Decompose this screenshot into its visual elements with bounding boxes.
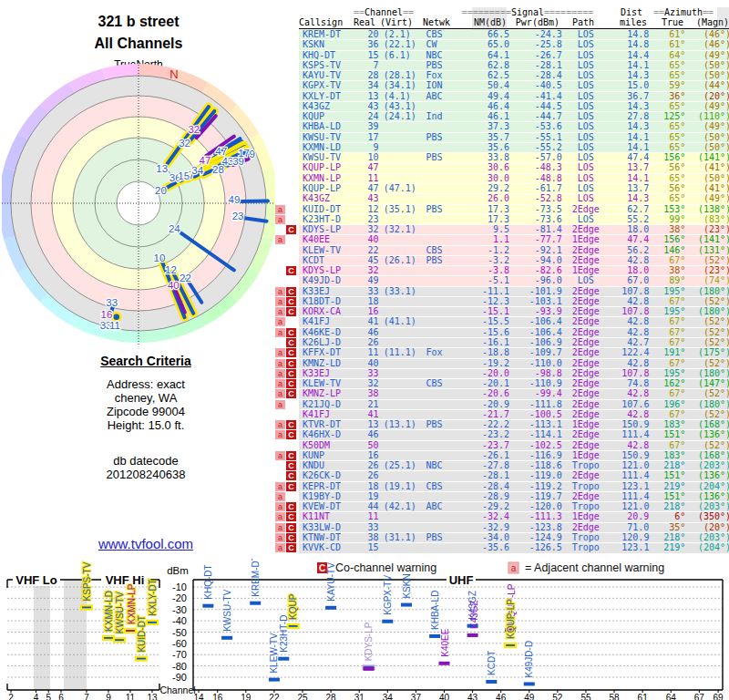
radar-channel-label: 16 bbox=[101, 309, 113, 320]
channel-tick-label: 2 bbox=[8, 693, 14, 700]
co-channel-warning-badge: C bbox=[286, 451, 296, 460]
adjacent-warning-badge: a bbox=[275, 287, 285, 296]
table-row: aK41FJ41(41.1)-15.5-106.42Edge42.867°(52… bbox=[299, 317, 729, 327]
dbm-tick-label: -10 bbox=[172, 582, 187, 592]
dbm-tick-label: -40 bbox=[172, 615, 187, 626]
radar-channel-label: 34 bbox=[191, 165, 203, 176]
radar-channel-label: 24 bbox=[169, 223, 180, 234]
station-signal-tick bbox=[325, 606, 336, 610]
adjacent-warning-badge: a bbox=[275, 389, 285, 398]
co-channel-warning-badge: C bbox=[286, 348, 296, 357]
page-subtitle: All Channels bbox=[47, 33, 230, 55]
station-label: KXMN-LP bbox=[127, 583, 137, 624]
table-row: aCK11NT11-32.4-111.31Edge20.96°(350°) bbox=[299, 512, 729, 522]
table-row: aCKLEW-TV32CBS-20.1-110.92Edge74.8162°(1… bbox=[299, 379, 729, 389]
co-channel-warning-badge: C bbox=[286, 369, 296, 378]
radar-channel-label: 22 bbox=[180, 273, 191, 283]
criteria-city: cheney, WA bbox=[55, 391, 237, 405]
radar-channel-label: 32 bbox=[179, 138, 190, 149]
station-signal-tick bbox=[382, 620, 393, 623]
table-row: KHBA-LD3937.3-53.6LOS14.365°(49°) bbox=[299, 122, 729, 132]
station-label: K43GZ bbox=[469, 600, 479, 629]
station-signal-tick bbox=[81, 605, 92, 609]
station-label: KHBA-LD bbox=[430, 591, 440, 630]
co-channel-warning-badge: C bbox=[286, 266, 296, 275]
channel-tick-label: 13 bbox=[147, 693, 158, 700]
station-label: KWSU-TV bbox=[115, 592, 125, 633]
co-channel-warning-badge: C bbox=[286, 338, 296, 347]
adjacent-warning-badge: a bbox=[275, 235, 285, 244]
co-channel-warning-badge: C bbox=[286, 287, 296, 296]
tvfool-link[interactable]: www.tvfool.com bbox=[98, 536, 193, 551]
signal-table-rows: KREM-DT20(2.1)CBS66.5-24.3LOS14.861°(46°… bbox=[299, 30, 729, 554]
channel-tick-label: 6 bbox=[58, 693, 64, 700]
table-row: K43GZ4326.0-52.8LOS14.365°(49°) bbox=[299, 194, 729, 204]
adjacent-warning-badge: a bbox=[275, 451, 285, 460]
radar-channel-label: 20 bbox=[155, 185, 167, 196]
adjacent-warning-badge: a bbox=[275, 379, 285, 388]
station-signal-tick bbox=[103, 636, 114, 640]
channel-tick-label: 37 bbox=[411, 693, 422, 700]
channel-tick-label: 22 bbox=[269, 693, 280, 700]
channel-tick-label: 19 bbox=[241, 693, 252, 700]
search-criteria: Search Criteria Address: exact cheney, W… bbox=[55, 354, 237, 481]
channel-tick-label: 4 bbox=[34, 693, 39, 700]
station-signal-tick bbox=[136, 657, 147, 661]
station-label: KWSU-TV bbox=[222, 589, 232, 631]
adjacent-warning-badge: a bbox=[275, 502, 285, 511]
channel-tick-label: 16 bbox=[212, 693, 223, 700]
dbm-tick-label: -90 bbox=[172, 672, 187, 683]
station-label: KSKN bbox=[402, 573, 412, 598]
adjacent-warning-badge: a bbox=[275, 533, 285, 542]
station-label: KHQ-DT bbox=[203, 564, 213, 599]
band-section-label: UHF bbox=[449, 573, 474, 587]
station-label: K40EE bbox=[440, 628, 450, 656]
radar-channel-label: 13 bbox=[156, 163, 168, 174]
tvfool-report: 321 b street All Channels TrueNorth 2036… bbox=[0, 0, 729, 700]
table-row: aK40EE401.1-77.71Edge47.4156°(141°) bbox=[299, 235, 729, 245]
co-channel-warning-badge: C bbox=[286, 461, 296, 470]
channel-tick-label: 7 bbox=[84, 693, 89, 700]
table-row: KLEW-TV22CBS-1.2-92.12Edge56.2146°(131°) bbox=[299, 246, 729, 256]
radar-channel-label: 23 bbox=[232, 211, 244, 221]
radar-channel-label: 12 bbox=[165, 264, 177, 275]
station-signal-tick bbox=[505, 643, 516, 647]
table-row: KGPX-TV34(34.1)ION50.4-40.5LOS15.059°(44… bbox=[299, 81, 729, 91]
table-row: KREM-DT20(2.1)CBS66.5-24.3LOS14.861°(46°… bbox=[299, 30, 729, 40]
adjacent-legend-label: = Adjacent channel warning bbox=[525, 561, 664, 574]
dbm-tick-label: -80 bbox=[172, 661, 187, 672]
table-header: ==Channel===========Signal=========Dist=… bbox=[299, 7, 729, 29]
channel-tick-label: 28 bbox=[326, 693, 337, 700]
co-channel-warning-badge: C bbox=[286, 379, 296, 388]
channel-tick-label: 11 bbox=[126, 693, 136, 700]
table-column-header: CallsignReal(Virt)NetwkNM(dB)Pwr(dBm)Pat… bbox=[299, 17, 729, 27]
co-channel-warning-badge: C bbox=[286, 482, 296, 491]
co-channel-warning-badge: C bbox=[286, 297, 296, 306]
datecode-label: db datecode bbox=[55, 454, 237, 468]
adjacent-warning-badge: a bbox=[275, 543, 285, 552]
radar-channel-label: 9 bbox=[250, 149, 255, 160]
station-signal-tick bbox=[125, 629, 136, 633]
station-label: KLEW-TV bbox=[269, 633, 279, 674]
station-signal-tick bbox=[429, 634, 440, 638]
station-label: KXMN-LD bbox=[104, 591, 114, 632]
station-signal-tick bbox=[202, 604, 213, 608]
channel-tick-label: 69 bbox=[714, 693, 724, 700]
adjacent-warning-badge: a bbox=[275, 215, 285, 224]
adjacent-warning-badge: a bbox=[275, 359, 285, 368]
channel-tick-label: 49 bbox=[524, 693, 535, 700]
channel-tick-label: 43 bbox=[467, 693, 478, 700]
signal-band-chart: -10-20-30-40-50-60-70-80-90dBmChannelVHF… bbox=[0, 559, 729, 700]
station-label: KAYU-TV bbox=[326, 562, 336, 602]
channel-tick-label: 64 bbox=[666, 693, 677, 700]
adjacent-warning-badge: a bbox=[275, 205, 285, 214]
table-row: aCKFFX-DT11(11.1)Fox-18.8-109.72Edge122.… bbox=[299, 348, 729, 358]
channel-tick-label: 46 bbox=[496, 693, 507, 700]
station-label: KQUP bbox=[288, 593, 298, 620]
station-signal-tick bbox=[288, 624, 299, 628]
station-label: KGPX-TV bbox=[383, 575, 393, 615]
station-signal-tick bbox=[486, 680, 497, 684]
adjacent-warning-badge: a bbox=[275, 369, 285, 378]
adjacent-warning-badge: a bbox=[275, 307, 285, 316]
table-row: KXMN-LP1130.0-48.8LOS14.165°(50°) bbox=[299, 174, 729, 184]
